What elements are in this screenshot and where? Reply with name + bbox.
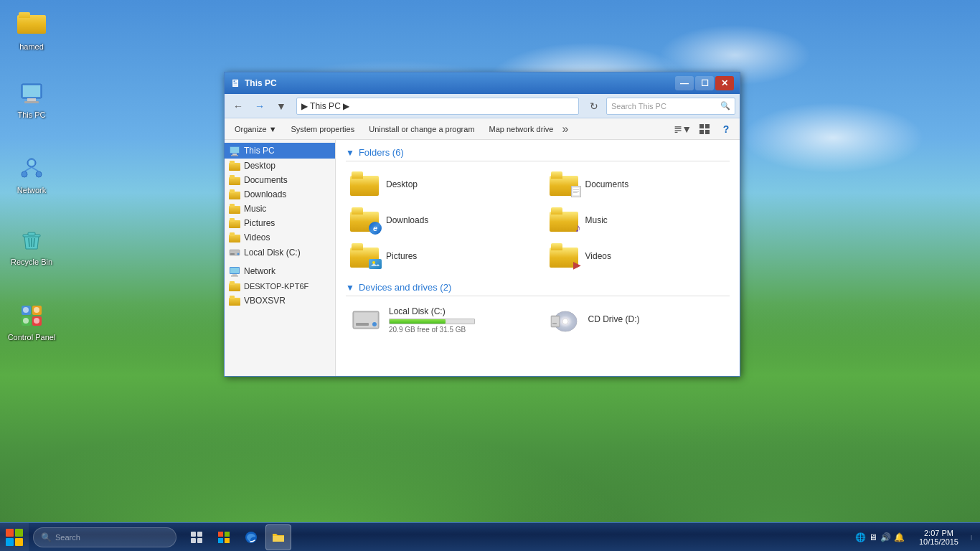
- sidebar-icon-desktop: [229, 161, 240, 171]
- folders-collapse-arrow[interactable]: ▼: [346, 148, 354, 158]
- close-button[interactable]: ✕: [715, 76, 734, 90]
- system-properties-button[interactable]: System properties: [286, 121, 361, 137]
- sidebar-icon-videos: [229, 232, 240, 242]
- sidebar-icon-vboxsvr: [229, 296, 240, 306]
- start-button[interactable]: [0, 523, 29, 552]
- drives-collapse-arrow[interactable]: ▼: [346, 283, 354, 293]
- sidebar-label-downloads: Downloads: [244, 189, 286, 199]
- sidebar-label-documents: Documents: [244, 175, 288, 185]
- folder-item-documents[interactable]: Documents: [545, 169, 730, 200]
- taskbar-store-button[interactable]: [211, 524, 237, 550]
- sidebar-item-documents[interactable]: Documents: [225, 173, 335, 187]
- sidebar-item-desktop[interactable]: Desktop: [225, 159, 335, 173]
- svg-rect-36: [230, 268, 239, 273]
- sidebar-label-network: Network: [244, 266, 275, 276]
- address-path: ▶ This PC ▶: [301, 101, 349, 111]
- view-details-button[interactable]: ▼: [674, 120, 692, 138]
- more-toolbar-button[interactable]: »: [562, 123, 568, 136]
- sidebar-item-music[interactable]: Music: [225, 202, 335, 216]
- sidebar-item-local-disk[interactable]: Local Disk (C:): [225, 245, 335, 260]
- titlebar-controls: — ☐ ✕: [675, 76, 734, 90]
- volume-icon[interactable]: 🔊: [880, 532, 891, 542]
- forward-button[interactable]: →: [250, 97, 269, 116]
- drive-icon-local-disk: [350, 307, 382, 333]
- svg-rect-31: [231, 155, 238, 156]
- minimize-button[interactable]: —: [675, 76, 694, 90]
- drive-item-cd[interactable]: CD Drive (D:): [545, 303, 730, 336]
- show-desktop-button[interactable]: |: [969, 524, 974, 550]
- svg-point-16: [23, 307, 29, 313]
- svg-rect-57: [191, 538, 196, 543]
- folder-item-music[interactable]: ♪ Music: [545, 204, 730, 236]
- folder-icon-desktop: [350, 171, 379, 197]
- drive-size-local-disk: 20.9 GB free of 31.5 GB: [389, 326, 527, 334]
- sidebar-item-downloads[interactable]: Downloads: [225, 187, 335, 202]
- taskbar-pinned-icons: [184, 524, 291, 550]
- network-tray-icon[interactable]: 🖥: [869, 532, 877, 542]
- sidebar-icon-music: [229, 204, 240, 214]
- back-button[interactable]: ←: [229, 97, 248, 116]
- svg-point-5: [29, 160, 34, 166]
- organize-button[interactable]: Organize ▼: [229, 121, 283, 137]
- svg-point-48: [372, 322, 377, 326]
- nav-dropdown-button[interactable]: ▼: [272, 97, 291, 116]
- folder-item-desktop[interactable]: Desktop: [346, 169, 531, 200]
- recycle-bin-icon: [17, 226, 46, 255]
- svg-rect-11: [28, 232, 35, 235]
- taskbar-clock[interactable]: 2:07 PM 10/15/2015: [913, 527, 964, 547]
- taskbar-search-box[interactable]: 🔍 Search: [33, 527, 176, 547]
- address-bar[interactable]: ▶ This PC ▶: [296, 98, 579, 115]
- svg-point-19: [34, 318, 39, 324]
- sidebar-item-this-pc[interactable]: This PC: [225, 143, 335, 159]
- folder-item-downloads[interactable]: e Downloads: [346, 204, 531, 236]
- sidebar: This PC Desktop Documents Downloads Musi…: [225, 140, 336, 376]
- file-explorer-window: 🖥 This PC — ☐ ✕ ← → ▼ ▶ This PC ▶ ↻ Sear…: [224, 72, 740, 377]
- sidebar-label-music: Music: [244, 204, 266, 214]
- window-title-icon: 🖥: [230, 77, 240, 89]
- notification-icon[interactable]: 🔔: [894, 532, 905, 542]
- svg-line-8: [24, 167, 32, 171]
- drive-info-local-disk: Local Disk (C:) 20.9 GB free of 31.5 GB: [389, 306, 527, 334]
- sidebar-item-desktop-kpt[interactable]: DESKTOP-KPT6F: [225, 279, 335, 293]
- sidebar-item-network[interactable]: Network: [225, 263, 335, 279]
- drive-bar-fill-local-disk: [390, 319, 446, 324]
- sidebar-item-pictures[interactable]: Pictures: [225, 216, 335, 230]
- svg-rect-23: [675, 131, 678, 132]
- taskbar-edge-button[interactable]: [238, 524, 264, 550]
- svg-rect-38: [231, 276, 238, 277]
- desktop-icon-hamed[interactable]: hamed: [6, 11, 57, 51]
- svg-rect-1: [23, 85, 40, 97]
- svg-point-6: [22, 171, 27, 177]
- folder-item-videos[interactable]: ▶ Videos: [545, 240, 730, 272]
- desktop-icon-thispc[interactable]: This PC: [6, 79, 57, 119]
- svg-rect-37: [232, 274, 237, 276]
- desktop-icon-control[interactable]: Control Panel: [6, 301, 57, 342]
- edge-icon: [244, 530, 258, 545]
- drive-item-local-disk[interactable]: Local Disk (C:) 20.9 GB free of 31.5 GB: [346, 303, 531, 336]
- sidebar-item-videos[interactable]: Videos: [225, 230, 335, 245]
- folder-icon-music: ♪: [550, 207, 578, 233]
- taskbar-task-view-button[interactable]: [184, 524, 209, 550]
- sidebar-icon-downloads: [229, 189, 240, 199]
- window-title: This PC: [245, 78, 675, 88]
- map-drive-button[interactable]: Map network drive: [484, 121, 560, 137]
- taskbar-file-explorer-button[interactable]: [265, 524, 291, 550]
- desktop-icon-network[interactable]: Network: [6, 154, 57, 194]
- refresh-button[interactable]: ↻: [585, 97, 603, 116]
- sidebar-label-videos: Videos: [244, 232, 270, 242]
- maximize-button[interactable]: ☐: [695, 76, 714, 90]
- help-button[interactable]: ?: [717, 120, 735, 138]
- svg-rect-59: [218, 532, 223, 537]
- drive-name-cd: CD Drive (D:): [588, 314, 726, 324]
- sidebar-item-vboxsvr[interactable]: VBOXSVR: [225, 293, 335, 308]
- uninstall-button[interactable]: Uninstall or change a program: [363, 121, 480, 137]
- svg-rect-3: [24, 101, 39, 103]
- svg-rect-41: [573, 191, 579, 192]
- sidebar-label-desktop: Desktop: [244, 161, 275, 171]
- desktop-icon-recycle[interactable]: Recycle Bin: [6, 226, 57, 266]
- search-box[interactable]: Search This PC 🔍: [606, 98, 735, 115]
- folder-item-pictures[interactable]: Pictures: [346, 240, 531, 272]
- language-icon[interactable]: 🌐: [855, 532, 866, 542]
- sidebar-label-pictures: Pictures: [244, 218, 275, 228]
- view-icons-button[interactable]: [695, 120, 714, 138]
